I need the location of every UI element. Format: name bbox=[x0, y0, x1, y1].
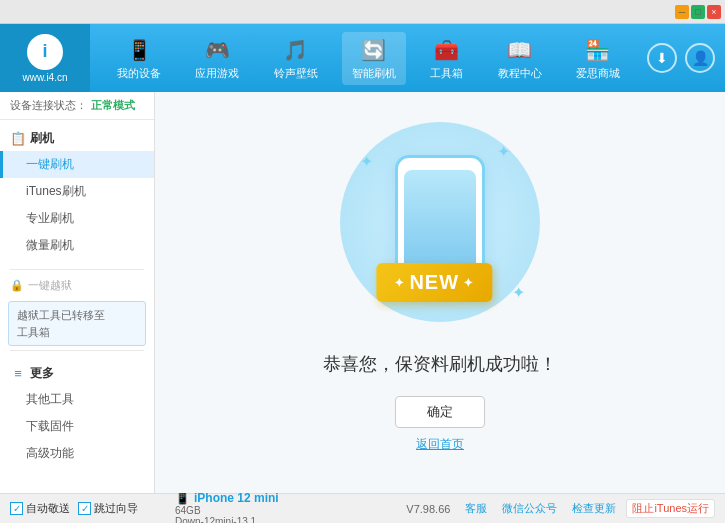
status-label: 设备连接状态： bbox=[10, 98, 87, 113]
shop-icon: 🏪 bbox=[584, 36, 612, 64]
nav-item-tutorial[interactable]: 📖 教程中心 bbox=[488, 32, 552, 85]
status-bar: 设备连接状态： 正常模式 bbox=[0, 92, 154, 120]
nav-item-shop[interactable]: 🏪 爱思商城 bbox=[566, 32, 630, 85]
bottom-left: ✓ 自动敬送 ✓ 跳过向导 bbox=[10, 501, 170, 516]
success-text: 恭喜您，保资料刷机成功啦！ bbox=[323, 352, 557, 376]
device-model: Down-12mini-13,1 bbox=[175, 516, 406, 524]
nav-label-shop: 爱思商城 bbox=[576, 66, 620, 81]
more-section-icon: ≡ bbox=[10, 366, 26, 382]
flash-section-label: 刷机 bbox=[30, 130, 54, 147]
minimize-button[interactable]: ─ bbox=[675, 5, 689, 19]
sparkle-icon-2: ✦ bbox=[497, 142, 510, 161]
sidebar-item-advanced[interactable]: 高级功能 bbox=[0, 440, 154, 467]
nav-label-apps-games: 应用游戏 bbox=[195, 66, 239, 81]
nav-item-ringtone[interactable]: 🎵 铃声壁纸 bbox=[264, 32, 328, 85]
nav-label-toolbox: 工具箱 bbox=[430, 66, 463, 81]
phone-screen bbox=[404, 170, 476, 272]
device-storage: 64GB bbox=[175, 505, 406, 516]
logo-area[interactable]: i www.i4.cn bbox=[0, 24, 90, 92]
flash-section: 📋 刷机 一键刷机 iTunes刷机 专业刷机 微量刷机 bbox=[0, 120, 154, 265]
nav-label-tutorial: 教程中心 bbox=[498, 66, 542, 81]
new-badge: NEW bbox=[376, 263, 492, 302]
success-illustration: ✦ ✦ ✦ NEW bbox=[340, 132, 540, 332]
auto-launch-check-icon: ✓ bbox=[10, 502, 23, 515]
sidebar-item-download-firmware[interactable]: 下载固件 bbox=[0, 413, 154, 440]
more-section-header: ≡ 更多 bbox=[0, 361, 154, 386]
auto-launch-label: 自动敬送 bbox=[26, 501, 70, 516]
bottom-bar: ✓ 自动敬送 ✓ 跳过向导 📱 iPhone 12 mini 64GB Down… bbox=[0, 493, 725, 523]
skip-wizard-label: 跳过向导 bbox=[94, 501, 138, 516]
nav-label-my-device: 我的设备 bbox=[117, 66, 161, 81]
sparkle-icon-3: ✦ bbox=[512, 283, 525, 302]
sidebar-item-micro-flash[interactable]: 微量刷机 bbox=[0, 232, 154, 259]
nav-label-ringtone: 铃声壁纸 bbox=[274, 66, 318, 81]
sparkle-icon-1: ✦ bbox=[360, 152, 373, 171]
one-click-jailbreak-grayed: 🔒 一键越狱 bbox=[0, 274, 154, 297]
nav-item-apps-games[interactable]: 🎮 应用游戏 bbox=[185, 32, 249, 85]
check-update-link[interactable]: 检查更新 bbox=[572, 501, 616, 516]
nav-item-my-device[interactable]: 📱 我的设备 bbox=[107, 32, 171, 85]
jailbreak-info-text: 越狱工具已转移至工具箱 bbox=[17, 309, 105, 338]
ringtone-icon: 🎵 bbox=[282, 36, 310, 64]
device-info: 📱 iPhone 12 mini 64GB Down-12mini-13,1 bbox=[170, 491, 406, 524]
auto-launch-checkbox[interactable]: ✓ 自动敬送 bbox=[10, 501, 70, 516]
sidebar-item-itunes-flash[interactable]: iTunes刷机 bbox=[0, 178, 154, 205]
jailbreak-info-box: 越狱工具已转移至工具箱 bbox=[8, 301, 146, 346]
support-link[interactable]: 客服 bbox=[465, 501, 487, 516]
flash-section-header: 📋 刷机 bbox=[0, 126, 154, 151]
stop-itunes-button[interactable]: 阻止iTunes运行 bbox=[626, 499, 715, 518]
return-link[interactable]: 返回首页 bbox=[416, 436, 464, 453]
nav-label-smart-flash: 智能刷机 bbox=[352, 66, 396, 81]
more-section-label: 更多 bbox=[30, 365, 54, 382]
status-value: 正常模式 bbox=[91, 98, 135, 113]
bottom-right: V7.98.66 客服 微信公众号 检查更新 bbox=[406, 501, 616, 516]
sidebar-item-other-tools[interactable]: 其他工具 bbox=[0, 386, 154, 413]
sidebar-divider-1 bbox=[10, 269, 144, 270]
sidebar: 设备连接状态： 正常模式 📋 刷机 一键刷机 iTunes刷机 专业刷机 微量刷… bbox=[0, 92, 155, 493]
sidebar-item-pro-flash[interactable]: 专业刷机 bbox=[0, 205, 154, 232]
sidebar-divider-2 bbox=[10, 350, 144, 351]
flash-section-icon: 📋 bbox=[10, 131, 26, 147]
content-area: ✦ ✦ ✦ NEW 恭喜您，保资料刷机成功啦！ 确定 返回首页 bbox=[155, 92, 725, 493]
tutorial-icon: 📖 bbox=[506, 36, 534, 64]
more-section: ≡ 更多 其他工具 下载固件 高级功能 bbox=[0, 355, 154, 473]
sidebar-item-one-click-flash[interactable]: 一键刷机 bbox=[0, 151, 154, 178]
logo-icon: i bbox=[27, 34, 63, 70]
confirm-button[interactable]: 确定 bbox=[395, 396, 485, 428]
jailbreak-label: 一键越狱 bbox=[28, 278, 72, 293]
wechat-link[interactable]: 微信公众号 bbox=[502, 501, 557, 516]
nav-item-smart-flash[interactable]: 🔄 智能刷机 bbox=[342, 32, 406, 85]
skip-wizard-check-icon: ✓ bbox=[78, 502, 91, 515]
my-device-icon: 📱 bbox=[125, 36, 153, 64]
top-nav: i www.i4.cn 📱 我的设备 🎮 应用游戏 🎵 铃声壁纸 🔄 智能刷机 … bbox=[0, 24, 725, 92]
toolbox-icon: 🧰 bbox=[433, 36, 461, 64]
main-area: 设备连接状态： 正常模式 📋 刷机 一键刷机 iTunes刷机 专业刷机 微量刷… bbox=[0, 92, 725, 493]
nav-item-toolbox[interactable]: 🧰 工具箱 bbox=[420, 32, 473, 85]
logo-subtext: www.i4.cn bbox=[22, 72, 67, 83]
nav-right: ⬇ 👤 bbox=[647, 43, 725, 73]
version-text: V7.98.66 bbox=[406, 503, 450, 515]
apps-games-icon: 🎮 bbox=[203, 36, 231, 64]
download-button[interactable]: ⬇ bbox=[647, 43, 677, 73]
close-button[interactable]: × bbox=[707, 5, 721, 19]
maximize-button[interactable]: □ bbox=[691, 5, 705, 19]
nav-items: 📱 我的设备 🎮 应用游戏 🎵 铃声壁纸 🔄 智能刷机 🧰 工具箱 📖 教程中心… bbox=[90, 24, 647, 92]
user-button[interactable]: 👤 bbox=[685, 43, 715, 73]
title-bar: ─ □ × bbox=[0, 0, 725, 24]
smart-flash-icon: 🔄 bbox=[360, 36, 388, 64]
skip-wizard-checkbox[interactable]: ✓ 跳过向导 bbox=[78, 501, 138, 516]
